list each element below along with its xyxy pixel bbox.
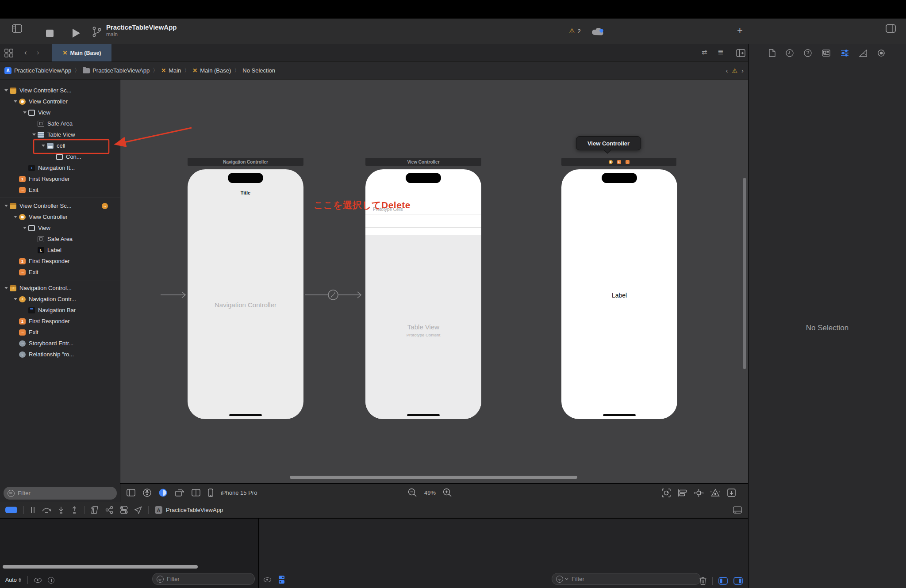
disclosure-chevron-icon[interactable] [3,287,10,289]
accessibility-inspector-icon[interactable] [822,50,830,57]
disclosure-chevron-icon[interactable] [3,205,10,207]
step-over-icon[interactable] [42,506,51,514]
step-into-icon[interactable] [58,506,65,514]
back-button[interactable]: ‹ [24,48,27,57]
outline-row-exit[interactable]: →Exit [0,327,120,338]
outline-row-safe-area[interactable]: Safe Area [0,233,120,244]
zoom-level[interactable]: 49% [424,489,436,496]
disclosure-chevron-icon[interactable] [40,145,47,147]
disclosure-chevron-icon[interactable] [21,111,28,114]
breadcrumb-selection[interactable]: No Selection [242,67,275,74]
outline-row-exit[interactable]: →Exit [0,267,120,278]
update-frames-icon[interactable] [662,489,671,497]
forward-button[interactable]: › [37,48,39,57]
breadcrumb-main[interactable]: ✕ Main [161,67,181,74]
outline-row-view[interactable]: View [0,107,120,118]
appearance-toggle-icon[interactable] [159,489,167,497]
variables-scope-select[interactable]: Auto [5,577,21,583]
quicklook-eye-icon[interactable] [34,578,42,583]
device-icon[interactable] [208,489,213,497]
run-button[interactable] [73,29,80,38]
quick-help-inspector-icon[interactable] [804,49,812,57]
device-name[interactable]: iPhone 15 Pro [221,489,257,496]
connections-inspector-icon[interactable] [877,49,886,57]
outline-row-navigation-it[interactable]: ‹Navigation It... [0,162,120,173]
pause-icon[interactable] [30,507,35,514]
simulate-location-icon[interactable] [134,506,142,514]
outline-row-navigation-bar[interactable]: Navigation Bar [0,305,120,316]
previous-issue-button[interactable]: ‹ [726,67,728,74]
trash-icon[interactable] [699,577,706,585]
embed-icon[interactable] [727,489,736,497]
zoom-in-icon[interactable] [443,488,452,497]
outline-row-table-view[interactable]: Table View [0,129,120,140]
horizontal-scrollbar[interactable] [290,476,577,479]
swap-editor-icon[interactable]: ⇄ [702,48,707,56]
console-view[interactable]: Filter [259,519,748,588]
resolve-layout-icon[interactable] [710,489,720,497]
attributes-inspector-icon[interactable] [841,50,849,57]
outline-row-view-controller-sc[interactable]: View Controller Sc... [0,85,120,96]
add-constraints-icon[interactable] [694,489,703,497]
outline-row-safe-area[interactable]: Safe Area [0,118,120,129]
outline-row-view-controller[interactable]: View Controller [0,96,120,107]
outline-row-navigation-control[interactable]: ‹Navigation Control... [0,283,120,294]
view-hierarchy-icon[interactable] [91,506,99,514]
debugger-panes-icon[interactable] [278,575,285,584]
console-toggle-icon[interactable] [733,506,742,514]
outline-row-exit[interactable]: →Exit [0,184,120,195]
info-icon[interactable] [48,577,54,584]
split-preview-icon[interactable] [192,489,200,496]
outline-row-label[interactable]: LLabel [0,244,120,256]
disclosure-chevron-icon[interactable] [31,134,38,136]
disclosure-chevron-icon[interactable] [12,216,19,218]
size-inspector-icon[interactable] [859,50,867,57]
debug-process[interactable]: A PracticeTableViewApp [155,506,223,514]
toggle-outline-icon[interactable] [127,489,135,496]
breadcrumb-group[interactable]: PracticeTableViewApp [83,67,150,74]
outline-row-first-responder[interactable]: 1First Responder [0,316,120,327]
editor-options-icon[interactable]: ≣ [718,48,723,56]
breadcrumb-project[interactable]: A PracticeTableViewApp [4,67,71,74]
console-pane-toggle-icon[interactable] [733,577,743,585]
outline-row-navigation-contr[interactable]: ‹Navigation Contr... [0,294,120,305]
variables-scrollbar[interactable] [3,565,198,569]
accessibility-preview-icon[interactable] [143,489,151,497]
outline-row-relationship-ro[interactable]: →Relationship "ro... [0,349,120,360]
outline-row-view-controller[interactable]: View Controller [0,211,120,222]
toggle-navigator-icon[interactable] [12,24,22,33]
warning-icon[interactable]: ⚠ [732,67,737,74]
add-editor-icon[interactable] [736,49,745,57]
disclosure-chevron-icon[interactable] [12,100,19,103]
file-inspector-icon[interactable] [769,49,775,57]
console-filter-field[interactable]: Filter [552,573,701,585]
history-inspector-icon[interactable] [786,49,794,57]
outline-row-cell[interactable]: cell [0,140,120,151]
disclosure-chevron-icon[interactable] [21,227,28,229]
disclosure-chevron-icon[interactable] [3,89,10,92]
storyboard-canvas[interactable]: Navigation Controller Title Navigation C… [120,80,748,483]
outline-filter-field[interactable]: Filter [4,487,117,500]
step-out-icon[interactable] [71,506,78,514]
console-eye-icon[interactable] [264,577,271,582]
variables-filter-field[interactable]: Filter [152,573,255,585]
zoom-out-icon[interactable] [408,488,417,497]
align-icon[interactable] [678,489,687,497]
outline-row-con[interactable]: Con... [0,151,120,162]
outline-row-storyboard-entr[interactable]: →Storyboard Entr... [0,338,120,349]
orientation-icon[interactable] [175,489,184,497]
outline-row-view[interactable]: View [0,222,120,233]
vertical-scrollbar[interactable] [743,178,746,369]
outline-row-first-responder[interactable]: 1First Responder [0,173,120,184]
toggle-inspector-icon[interactable] [886,24,896,33]
environment-overrides-icon[interactable] [120,506,128,514]
tab-main-base[interactable]: ✕ Main (Base) [52,44,111,61]
memory-graph-icon[interactable] [105,506,114,514]
breadcrumb-main-base[interactable]: ✕ Main (Base) [192,67,231,74]
outline-row-first-responder[interactable]: 1First Responder [0,256,120,267]
variables-pane-toggle-icon[interactable] [718,577,728,585]
next-issue-button[interactable]: › [741,67,744,74]
breakpoints-toggle[interactable] [5,507,17,513]
related-items-grid-icon[interactable] [4,49,13,57]
outline-row-view-controller-sc[interactable]: View Controller Sc...→ [0,200,120,211]
